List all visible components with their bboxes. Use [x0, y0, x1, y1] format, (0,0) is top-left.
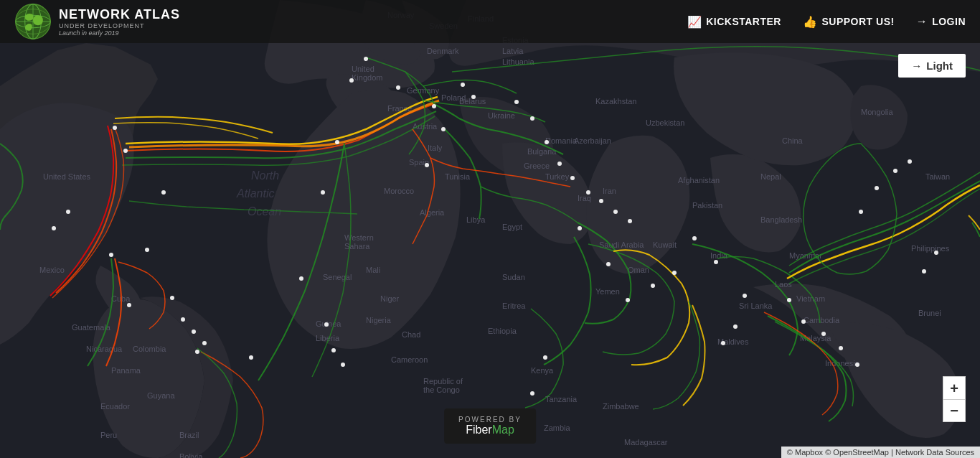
svg-point-96: [432, 104, 436, 108]
svg-point-101: [299, 276, 303, 281]
svg-point-89: [109, 253, 113, 257]
kickstarter-label: KICKSTARTER: [706, 16, 781, 27]
header: NETWORK ATLAS UNDER DEVELOPMENT Launch i…: [0, 0, 980, 43]
svg-point-142: [599, 199, 603, 203]
svg-point-93: [364, 57, 368, 61]
svg-point-141: [586, 190, 590, 195]
svg-point-113: [714, 260, 718, 264]
fibermap-badge: POWERED BY FiberMap: [444, 408, 536, 444]
svg-point-105: [543, 355, 547, 360]
svg-point-128: [161, 190, 166, 195]
logo-area: NETWORK ATLAS UNDER DEVELOPMENT Launch i…: [14, 3, 180, 40]
kickstarter-link[interactable]: 📈 KICKSTARTER: [687, 15, 781, 29]
svg-point-143: [613, 210, 618, 214]
support-link[interactable]: 👍 SUPPORT US!: [803, 15, 895, 29]
svg-point-119: [821, 332, 826, 336]
svg-point-111: [672, 271, 677, 275]
nav-links: 📈 KICKSTARTER 👍 SUPPORT US! → LOGIN: [687, 15, 966, 29]
svg-point-131: [181, 317, 185, 322]
svg-point-114: [743, 294, 747, 298]
svg-point-138: [545, 140, 549, 144]
svg-point-107: [578, 226, 582, 230]
logo-text-block: NETWORK ATLAS UNDER DEVELOPMENT Launch i…: [59, 7, 180, 37]
svg-point-130: [170, 296, 174, 300]
svg-point-134: [461, 83, 465, 87]
svg-point-126: [922, 269, 926, 274]
svg-point-146: [52, 226, 56, 230]
svg-point-140: [570, 176, 575, 180]
svg-point-88: [113, 126, 117, 130]
svg-point-125: [908, 159, 912, 164]
svg-point-94: [349, 78, 354, 83]
svg-point-91: [195, 350, 199, 354]
fibermap-map-text: Map: [492, 424, 514, 436]
svg-point-120: [839, 346, 843, 350]
light-mode-label: Light: [926, 60, 953, 72]
svg-point-98: [425, 163, 429, 167]
support-icon: 👍: [803, 15, 818, 29]
svg-point-133: [202, 341, 207, 345]
svg-point-117: [787, 298, 791, 302]
svg-point-139: [557, 162, 562, 166]
svg-point-108: [606, 262, 611, 266]
fibermap-name: FiberMap: [458, 424, 522, 436]
svg-point-103: [331, 348, 336, 352]
svg-point-99: [335, 140, 339, 144]
svg-point-129: [145, 248, 149, 252]
svg-point-104: [341, 363, 345, 367]
svg-point-121: [855, 363, 859, 367]
svg-point-122: [859, 210, 863, 214]
svg-point-115: [733, 324, 738, 329]
svg-point-124: [893, 169, 897, 173]
svg-point-112: [692, 236, 697, 240]
svg-point-144: [628, 219, 632, 223]
svg-point-87: [123, 149, 128, 153]
app-title: NETWORK ATLAS: [59, 7, 180, 22]
svg-point-90: [127, 303, 131, 307]
svg-point-106: [530, 391, 534, 396]
app-subtitle: UNDER DEVELOPMENT: [59, 22, 180, 29]
login-link[interactable]: → LOGIN: [916, 15, 966, 28]
svg-point-137: [530, 116, 534, 121]
svg-point-110: [651, 284, 655, 288]
svg-point-97: [441, 127, 446, 131]
svg-point-95: [396, 85, 400, 90]
attribution: © Mapbox © OpenStreetMap | Network Data …: [781, 447, 980, 458]
powered-by-label: POWERED BY: [458, 416, 522, 424]
light-mode-button[interactable]: → Light: [898, 54, 966, 78]
svg-point-116: [721, 341, 725, 345]
svg-point-136: [514, 100, 519, 104]
app-launch-date: Launch in early 2019: [59, 29, 180, 37]
login-label: LOGIN: [932, 16, 966, 27]
support-label: SUPPORT US!: [821, 16, 894, 27]
light-mode-arrow: →: [911, 60, 922, 72]
svg-point-102: [324, 322, 329, 327]
zoom-controls: + −: [943, 376, 966, 422]
fibermap-fiber-text: Fiber: [466, 424, 491, 436]
svg-point-135: [471, 95, 476, 99]
svg-point-100: [321, 190, 325, 195]
login-icon: →: [916, 15, 928, 28]
globe-icon: [14, 3, 52, 40]
svg-point-127: [934, 251, 938, 255]
svg-point-123: [875, 186, 879, 190]
svg-point-109: [626, 298, 630, 302]
svg-point-118: [801, 319, 806, 324]
map-svg: United States Mexico Cuba Guatemala Nica…: [0, 0, 980, 458]
svg-point-145: [66, 210, 70, 214]
map-container: United States Mexico Cuba Guatemala Nica…: [0, 0, 980, 458]
zoom-in-button[interactable]: +: [943, 376, 966, 399]
zoom-out-button[interactable]: −: [943, 399, 966, 422]
svg-point-92: [249, 355, 253, 360]
svg-point-132: [192, 330, 196, 334]
kickstarter-icon: 📈: [687, 15, 702, 29]
